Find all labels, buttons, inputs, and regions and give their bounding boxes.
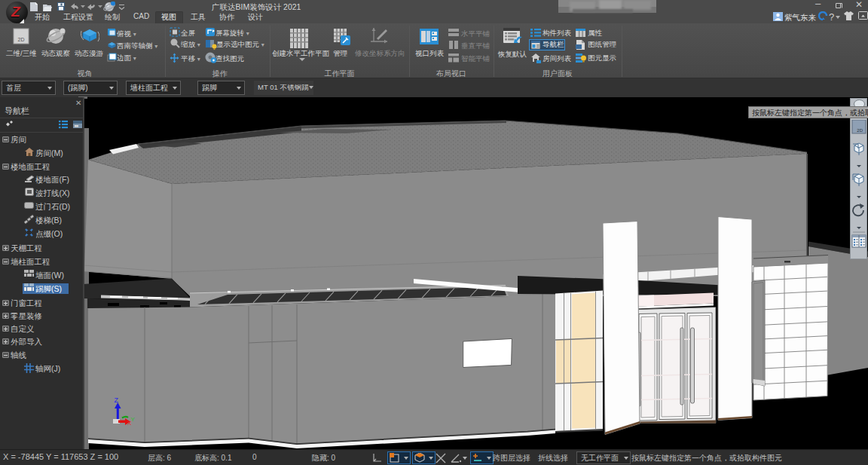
svg-text:2D: 2D	[18, 37, 25, 42]
svg-text:Y: Y	[131, 416, 136, 423]
svg-text:2D: 2D	[857, 128, 863, 133]
svg-text:Z: Z	[115, 396, 119, 404]
